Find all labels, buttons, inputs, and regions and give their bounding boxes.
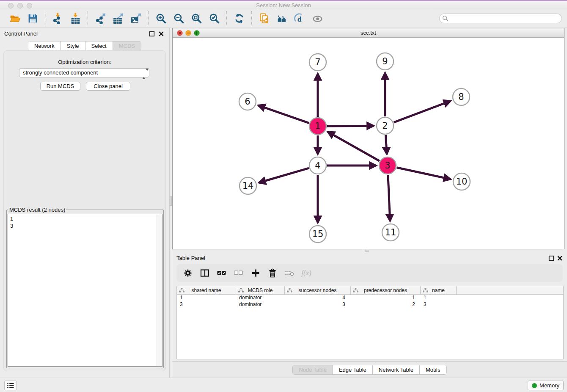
tab-mcds[interactable]: MCDS	[113, 41, 141, 50]
table-row[interactable]: 3dominator323	[177, 301, 563, 308]
close-table-panel-icon[interactable]	[557, 255, 563, 261]
refresh-layout-icon[interactable]	[232, 11, 246, 26]
window-close-button[interactable]	[8, 3, 14, 8]
float-panel-icon[interactable]	[149, 31, 155, 37]
svg-text:3: 3	[385, 160, 390, 171]
graph-node-11[interactable]: 11	[382, 224, 399, 241]
search-input[interactable]	[439, 14, 562, 23]
add-column-icon[interactable]	[250, 268, 261, 278]
column-header-shared-name[interactable]: shared name	[177, 286, 236, 294]
dictionary-d-icon[interactable]: d	[292, 11, 307, 26]
column-header-MCDS-role[interactable]: MCDS role	[236, 286, 285, 294]
application-window: Session: New Session d Control Panel Net…	[0, 0, 567, 392]
table-cell[interactable]: 2	[351, 301, 421, 308]
network-minimize-button[interactable]	[185, 30, 191, 36]
split-columns-icon[interactable]	[199, 268, 210, 278]
graph-node-15[interactable]: 15	[309, 226, 326, 243]
tab-select[interactable]: Select	[85, 41, 113, 50]
tab-style[interactable]: Style	[61, 41, 85, 50]
select-all-checkboxes-icon[interactable]	[216, 268, 227, 278]
column-header-predecessor-nodes[interactable]: predecessor nodes	[351, 286, 421, 294]
graph-edge-1-6[interactable]	[259, 105, 309, 123]
close-panel-button[interactable]: Close panel	[86, 82, 130, 91]
export-table-icon[interactable]	[111, 11, 125, 26]
graph-node-8[interactable]: 8	[453, 88, 470, 105]
import-table-icon[interactable]	[68, 11, 83, 26]
toolbar-group	[3, 11, 45, 26]
table-cell[interactable]: 3	[285, 301, 351, 308]
graph-node-1[interactable]: 1	[309, 118, 326, 135]
table-cell[interactable]: 1	[177, 295, 236, 301]
network-view-window: scc.txt 7968124314101511	[172, 28, 564, 249]
graph-edge-3-10[interactable]	[397, 168, 451, 179]
graph-edge-1-2[interactable]	[327, 126, 374, 126]
export-network-icon[interactable]	[93, 11, 107, 26]
graph-node-2[interactable]: 2	[377, 117, 394, 134]
table-cell[interactable]: 4	[285, 295, 351, 301]
horizontal-splitter[interactable]	[172, 249, 567, 252]
settings-gear-icon[interactable]	[182, 268, 193, 278]
table-tab-motifs[interactable]: Motifs	[419, 365, 446, 374]
table-tab-edge-table[interactable]: Edge Table	[333, 365, 372, 374]
svg-text:15: 15	[312, 229, 324, 239]
toolbar-group	[88, 11, 148, 26]
open-file-icon[interactable]	[8, 11, 22, 26]
horizontal-splitter-handle[interactable]	[365, 250, 369, 252]
first-neighbors-icon[interactable]	[275, 11, 289, 26]
table-tab-strip: Node TableEdge TableNetwork TableMotifs	[172, 361, 567, 378]
table-cell[interactable]: 1	[351, 295, 421, 301]
table-cell[interactable]: dominator	[236, 301, 285, 308]
graph-node-3[interactable]: 3	[379, 157, 396, 174]
run-mcds-button[interactable]: Run MCDS	[40, 82, 80, 91]
table-row[interactable]: 1dominator411	[177, 295, 563, 301]
svg-text:4: 4	[315, 160, 320, 171]
titlebar: Session: New Session	[0, 1, 567, 9]
column-header-successor-nodes[interactable]: successor nodes	[285, 286, 351, 294]
table-cell[interactable]: 3	[177, 301, 236, 308]
graph-edge-2-3[interactable]	[385, 135, 387, 154]
vertical-splitter-handle[interactable]	[170, 196, 172, 206]
save-session-icon[interactable]	[25, 11, 40, 26]
table-toolbar: f(x)	[176, 264, 563, 282]
graph-edge-3-11[interactable]	[388, 175, 390, 221]
table-tab-network-table[interactable]: Network Table	[372, 365, 419, 374]
graph-node-14[interactable]: 14	[239, 177, 256, 194]
column-header-name[interactable]: name	[421, 286, 457, 294]
network-canvas[interactable]: 7968124314101511	[173, 38, 564, 249]
graph-node-6[interactable]: 6	[239, 93, 256, 110]
graph-node-9[interactable]: 9	[377, 53, 394, 70]
import-network-icon[interactable]	[50, 11, 65, 26]
network-zoom-button[interactable]	[194, 30, 200, 36]
graph-edge-2-8[interactable]	[394, 101, 451, 123]
graph-node-10[interactable]: 10	[453, 173, 470, 190]
graph-node-4[interactable]: 4	[309, 157, 326, 174]
vertical-splitter[interactable]	[169, 28, 172, 378]
network-close-button[interactable]	[177, 30, 183, 36]
table-cell[interactable]: dominator	[236, 295, 285, 301]
unselect-all-checkboxes-icon[interactable]	[233, 268, 244, 278]
graph-edge-3-1[interactable]	[328, 132, 380, 161]
zoom-fit-icon[interactable]	[189, 11, 204, 26]
export-image-icon[interactable]	[129, 11, 143, 26]
task-history-button[interactable]	[4, 381, 17, 390]
memory-button[interactable]: Memory	[528, 381, 564, 390]
float-table-panel-icon[interactable]	[548, 255, 554, 261]
table-cell[interactable]: 3	[421, 301, 457, 308]
duplicate-network-icon[interactable]	[257, 11, 271, 26]
close-panel-icon[interactable]	[158, 31, 164, 37]
zoom-selected-icon[interactable]	[207, 11, 221, 26]
tab-network[interactable]: Network	[28, 41, 61, 50]
graph-edge-4-14[interactable]	[259, 168, 309, 182]
eye-icon[interactable]	[310, 11, 325, 26]
criterion-dropdown[interactable]: strongly connected component	[19, 68, 149, 77]
result-scrollbar[interactable]	[157, 214, 162, 366]
mcds-result-textarea[interactable]: 1 3	[8, 214, 162, 367]
window-minimize-button[interactable]	[17, 3, 23, 8]
delete-column-trash-icon[interactable]	[267, 268, 278, 278]
zoom-in-icon[interactable]	[154, 11, 168, 26]
table-tab-node-table[interactable]: Node Table	[293, 365, 333, 374]
zoom-out-icon[interactable]	[171, 11, 186, 26]
graph-node-7[interactable]: 7	[309, 54, 326, 71]
window-zoom-button[interactable]	[27, 3, 32, 8]
table-cell[interactable]: 1	[421, 295, 457, 301]
